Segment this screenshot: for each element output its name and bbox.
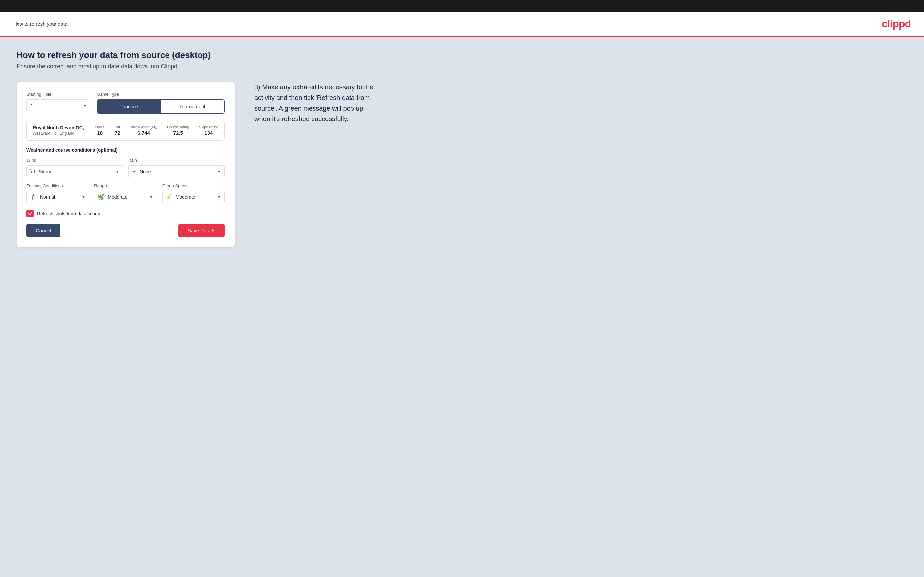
top-form-row: Starting Hole 1 ▼ Game Type Practice Tou…	[26, 92, 225, 114]
par-value: 72	[115, 130, 120, 136]
page-subtitle: Ensure the correct and most up to date d…	[16, 63, 908, 70]
wind-rain-row: Wind 🌬 Strong ▼ Rain ☀ None	[26, 158, 225, 178]
rough-icon: 🌿	[98, 194, 104, 200]
rain-group: Rain ☀ None ▼	[128, 158, 225, 178]
refresh-checkbox[interactable]	[26, 210, 34, 217]
practice-button[interactable]: Practice	[97, 100, 160, 113]
course-stats: Holes 18 Par 72 Yards/White (M)) 6,744 C…	[95, 125, 218, 136]
fairway-select[interactable]: Normal	[39, 191, 85, 203]
green-speed-icon: ⚡	[166, 194, 173, 200]
rain-select[interactable]: None	[139, 166, 221, 177]
instruction-panel: 3) Make any extra edits necessary to the…	[254, 82, 380, 124]
tournament-button[interactable]: Tournament	[161, 100, 224, 113]
logo: clippd	[882, 18, 911, 30]
game-type-group: Game Type Practice Tournament	[97, 92, 225, 114]
holes-value: 18	[95, 130, 105, 136]
starting-hole-label: Starting Hole	[26, 92, 90, 97]
slope-rating-stat: Slope rating 134	[199, 125, 218, 136]
wind-select[interactable]: Strong	[37, 166, 119, 177]
rough-select[interactable]: Moderate	[107, 191, 153, 203]
rain-icon: ☀	[132, 169, 136, 175]
green-speed-label: Green Speed	[162, 183, 225, 188]
wind-select-wrapper: 🌬 Strong ▼	[26, 165, 123, 178]
yards-stat: Yards/White (M)) 6,744	[130, 125, 157, 136]
par-stat: Par 72	[115, 125, 120, 136]
fairway-label: Fairway Conditions	[26, 183, 89, 188]
fairway-group: Fairway Conditions 🏌 Normal ▼	[26, 183, 89, 203]
slope-rating-value: 134	[199, 130, 218, 136]
green-speed-group: Green Speed ⚡ Moderate ▼	[162, 183, 225, 203]
course-name: Royal North Devon GC,	[33, 125, 89, 131]
cancel-button[interactable]: Cancel	[26, 224, 60, 237]
instruction-text: 3) Make any extra edits necessary to the…	[254, 82, 380, 124]
top-bar	[0, 0, 924, 12]
wind-icon: 🌬	[30, 169, 36, 175]
main-content: How to refresh your data from source (de…	[0, 37, 924, 577]
course-rating-value: 72.5	[167, 130, 189, 136]
holes-label: Holes	[95, 125, 105, 129]
wind-label: Wind	[26, 158, 123, 163]
starting-hole-group: Starting Hole 1 ▼	[26, 92, 90, 114]
course-rating-label: Course rating	[167, 125, 189, 129]
fairway-select-wrapper: 🏌 Normal ▼	[26, 191, 89, 203]
fairway-icon: 🏌	[30, 194, 37, 200]
course-row: Royal North Devon GC, Westward Ho!, Engl…	[26, 120, 225, 140]
rough-group: Rough 🌿 Moderate ▼	[94, 183, 157, 203]
yards-label: Yards/White (M))	[130, 125, 157, 129]
game-type-label: Game Type	[97, 92, 225, 97]
wind-group: Wind 🌬 Strong ▼	[26, 158, 123, 178]
refresh-checkbox-row: Refresh shots from data source	[26, 210, 225, 217]
starting-hole-select-wrapper: 1 ▼	[26, 99, 90, 112]
fairway-rough-green-row: Fairway Conditions 🏌 Normal ▼ Rough 🌿	[26, 183, 225, 203]
save-button[interactable]: Save Details	[178, 224, 225, 237]
rough-select-wrapper: 🌿 Moderate ▼	[94, 191, 157, 203]
starting-hole-select[interactable]: 1	[27, 100, 90, 111]
rain-label: Rain	[128, 158, 225, 163]
slope-rating-label: Slope rating	[199, 125, 218, 129]
page-title: How to refresh your data from source (de…	[16, 50, 908, 60]
course-location: Westward Ho!, England	[33, 131, 89, 136]
button-row: Cancel Save Details	[26, 224, 225, 237]
par-label: Par	[115, 125, 120, 129]
game-type-buttons: Practice Tournament	[97, 99, 225, 114]
holes-stat: Holes 18	[95, 125, 105, 136]
green-speed-select[interactable]: Moderate	[174, 191, 221, 203]
header-title: How to refresh your data	[13, 21, 68, 27]
form-card: Starting Hole 1 ▼ Game Type Practice Tou…	[16, 82, 234, 247]
checkmark-icon	[28, 211, 32, 216]
yards-value: 6,744	[130, 130, 157, 136]
green-speed-select-wrapper: ⚡ Moderate ▼	[162, 191, 225, 203]
course-rating-stat: Course rating 72.5	[167, 125, 189, 136]
header: How to refresh your data clippd	[0, 12, 924, 37]
content-area: Starting Hole 1 ▼ Game Type Practice Tou…	[16, 82, 908, 247]
course-info: Royal North Devon GC, Westward Ho!, Engl…	[33, 125, 89, 136]
refresh-label: Refresh shots from data source	[37, 211, 102, 216]
conditions-title: Weather and course conditions (optional)	[26, 147, 225, 153]
rough-label: Rough	[94, 183, 157, 188]
rain-select-wrapper: ☀ None ▼	[128, 165, 225, 178]
